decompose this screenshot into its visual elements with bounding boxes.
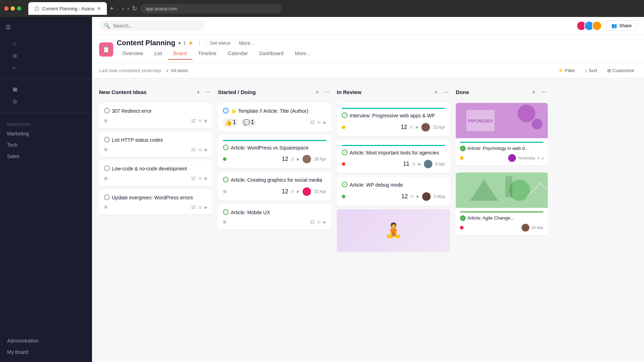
card-creating-graphics[interactable]: ✓ Article: Creating graphics for social … (218, 172, 331, 201)
search-bar[interactable]: 🔍 (99, 21, 205, 31)
project-star-icon[interactable]: ★ (188, 40, 193, 46)
card-check-mobile[interactable]: ✓ (223, 209, 229, 215)
column-more-btn-started[interactable]: ··· (323, 87, 331, 97)
sidebar-item-tech[interactable]: Tech (0, 139, 92, 151)
done-card-check-1[interactable]: ✓ (460, 146, 466, 151)
subtask-icon-debug: ⊟ (410, 194, 414, 199)
tab-calendar[interactable]: Calendar (222, 48, 254, 60)
card-title-template: ✓ ⭐ Template // Article: Title (Author) (223, 108, 326, 115)
sidebar-item-search[interactable]: ⌕ (6, 62, 86, 73)
customize-btn[interactable]: ⊞ Customize (604, 66, 637, 75)
tab-board[interactable]: Board (168, 48, 192, 60)
card-check-4[interactable] (104, 194, 110, 200)
new-tab-btn[interactable]: + (110, 5, 114, 12)
sidebar-toggle-btn[interactable]: ☰ (6, 24, 11, 31)
subtask-icon-2: ⊟ (199, 147, 202, 152)
all-tasks-btn[interactable]: ✓ All tasks (166, 68, 188, 73)
set-status-btn[interactable]: ○ Set status (206, 40, 231, 46)
sidebar-item-goals[interactable]: ◎ (6, 95, 86, 107)
tab-more[interactable]: More... (289, 48, 316, 60)
browser-minimize[interactable] (11, 6, 15, 11)
back-btn[interactable]: ‹ (122, 5, 124, 12)
done-card-check-2[interactable]: ✓ (460, 215, 466, 221)
sidebar-item-my-board[interactable]: My Board (0, 346, 92, 358)
card-most-important-tools[interactable]: ✓ Article: Most important tools for agen… (337, 140, 450, 174)
forward-btn[interactable]: › (127, 5, 129, 12)
card-check-tools[interactable]: ✓ (342, 150, 347, 155)
card-check-2[interactable] (104, 137, 110, 142)
done-card-agile[interactable]: ✓ Article: Agile Change... 18 Mar (456, 173, 548, 235)
refresh-btn[interactable]: ↻ (132, 5, 137, 12)
project-header: 📋 Content Planning ▾ ℹ ★ | ○ Set status … (92, 35, 644, 63)
project-title: Content Planning (117, 39, 176, 47)
card-count-4: 12 (191, 205, 196, 210)
card-illustration-review[interactable]: 🧘 (337, 209, 450, 252)
tag-dot-debug (342, 195, 345, 198)
column-add-btn-started[interactable]: + (314, 88, 320, 97)
card-avatar-pwa (421, 123, 430, 132)
column-more-btn-review[interactable]: ··· (442, 87, 450, 97)
url-bar[interactable]: app.asana.com (140, 4, 282, 13)
project-info-icon[interactable]: ℹ (184, 40, 185, 46)
card-title-3: Low-code & no-code development (104, 165, 207, 173)
sidebar-item-portfolio[interactable]: ▦ (6, 83, 86, 95)
column-more-btn-new[interactable]: ··· (204, 87, 212, 97)
subtask-icon-pwa: ⊟ (410, 125, 413, 129)
card-update-evergreen[interactable]: Update evergreen: WordPress errors 12 ⊟ … (99, 189, 212, 215)
home-icon: ⌂ (13, 41, 16, 46)
share-label: Share (619, 23, 632, 28)
customize-label: Customize (613, 68, 634, 73)
card-wp-debug[interactable]: ✓ Article: WP debug mode 12 ⊟ ▶ (337, 177, 450, 206)
card-check-template[interactable]: ✓ (223, 108, 229, 113)
done-card-image-bg-2 (456, 173, 548, 208)
card-title-debug: ✓ Article: WP debug mode (342, 182, 445, 189)
column-add-btn-new[interactable]: + (195, 88, 201, 97)
card-check-wp-sq[interactable]: ✓ (223, 145, 229, 150)
card-check-pwa[interactable]: ✓ (342, 112, 347, 118)
tab-overview[interactable]: Overview (117, 48, 149, 60)
tab-timeline[interactable]: Timeline (192, 48, 222, 60)
arrow-icon-mobile: ▶ (323, 220, 326, 224)
column-more-btn-done[interactable]: ··· (540, 87, 548, 97)
card-template[interactable]: ✓ ⭐ Template // Article: Title (Author) … (218, 103, 331, 132)
sidebar-item-home[interactable]: ⌂ (6, 38, 86, 49)
done-card-image-psychology: PSYCHOLOGY (456, 103, 548, 138)
tab-dashboard[interactable]: Dashboard (254, 48, 289, 60)
column-add-btn-review[interactable]: + (433, 88, 439, 97)
sidebar-item-marketing[interactable]: Marketing (0, 128, 92, 139)
sort-btn[interactable]: ↕ Sort (582, 66, 600, 75)
done-card-svg-2 (456, 173, 548, 208)
tab-list[interactable]: List (149, 48, 168, 60)
card-check-1[interactable] (104, 108, 110, 113)
card-date-debug: 3 May (433, 194, 445, 199)
card-interview-pwa[interactable]: ✓ Interview: Progressive web apps & WP 1… (337, 103, 450, 136)
card-mobile-ux[interactable]: ✓ Article: Mobile UX 12 ⊟ ▶ (218, 204, 331, 230)
browser-tab[interactable]: 📋 Content Planning - Asana ✕ (28, 2, 107, 15)
card-check-graphics[interactable]: ✓ (223, 177, 229, 182)
done-card-psychology[interactable]: PSYCHOLOGY ✓ Article: Psychology in web … (456, 103, 548, 165)
tag-dot-mobile (223, 220, 226, 224)
done-card-right-2: 18 Mar (522, 224, 544, 232)
search-input[interactable] (113, 23, 200, 29)
project-chevron-icon[interactable]: ▾ (178, 40, 181, 46)
done-card-image-bg-1: PSYCHOLOGY (456, 103, 548, 138)
card-check-3[interactable] (104, 165, 110, 171)
tab-close-btn[interactable]: ✕ (97, 6, 101, 11)
sidebar-item-administration[interactable]: Administration (0, 335, 92, 346)
top-bar-right: 👥 Share (576, 21, 637, 31)
card-307-redirect[interactable]: 307 Redirect error 12 ⊟ ▶ (99, 103, 212, 128)
column-add-btn-done[interactable]: + (531, 88, 537, 97)
card-low-code[interactable]: Low-code & no-code development 12 ⊟ ▶ (99, 160, 212, 186)
more-options-btn[interactable]: More... (239, 40, 254, 46)
tag-dot-pwa (342, 125, 345, 129)
card-tag-2 (104, 148, 108, 151)
sidebar-item-sales[interactable]: Sales (0, 151, 92, 162)
share-button[interactable]: 👥 Share (606, 21, 637, 31)
card-wordpress-vs-squarespace[interactable]: ✓ Article: WordPress vs Squarespace 12 ⊟… (218, 135, 331, 169)
filter-btn[interactable]: ⚡ Filter (555, 66, 578, 75)
browser-maximize[interactable] (17, 6, 21, 11)
sidebar-item-inbox[interactable]: ◎ (6, 50, 86, 61)
card-check-debug[interactable]: ✓ (342, 182, 347, 187)
card-http-status[interactable]: List HTTP status codes 12 ⊟ ▶ (99, 132, 212, 157)
browser-close[interactable] (4, 6, 8, 11)
